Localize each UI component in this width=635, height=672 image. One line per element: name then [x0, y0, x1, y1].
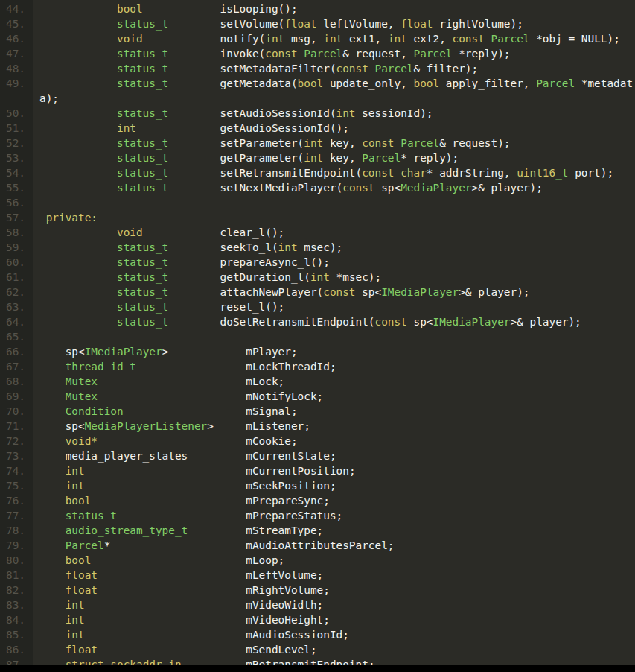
code-text: status_t setAudioSessionId(int sessionId… — [33, 106, 635, 121]
code-token: mLeftVolume; — [98, 569, 323, 581]
code-token: port); — [568, 167, 613, 179]
code-token: int — [323, 33, 342, 45]
line-number: 51. — [0, 121, 33, 136]
code-token — [39, 584, 66, 596]
code-token: *obj = NULL); — [530, 33, 620, 45]
code-token: bool — [414, 77, 440, 89]
code-token: Parcel — [536, 77, 575, 89]
line-number: 61. — [0, 270, 33, 285]
code-token: thread_id_t — [66, 361, 136, 373]
code-token: >& player); — [459, 286, 529, 298]
code-token: void* — [66, 435, 98, 447]
code-token: bool — [66, 554, 92, 566]
code-text: a); — [33, 91, 635, 106]
code-text: Condition mSignal; — [33, 404, 635, 419]
code-token: clear_l(); — [143, 226, 285, 238]
code-token: status_t — [117, 137, 168, 149]
line-number: 83. — [0, 597, 33, 612]
code-token: * addrString, — [427, 167, 517, 179]
code-token: ext2, — [407, 33, 453, 45]
code-token — [39, 3, 117, 15]
code-token: msec); — [298, 241, 343, 253]
line-number: 47. — [0, 46, 33, 61]
code-token — [39, 554, 66, 566]
code-text: sp<IMediaPlayer> mPlayer; — [33, 344, 635, 359]
code-token: status_t — [117, 256, 168, 268]
code-token: Parcel — [491, 33, 530, 45]
line-number: 72. — [0, 434, 33, 448]
code-text: status_t setVolume(float leftVolume, flo… — [33, 16, 635, 31]
code-line: 58. void clear_l(); — [0, 225, 635, 240]
code-text: media_player_states mCurrentState; — [33, 448, 635, 463]
code-text: int mVideoWidth; — [33, 597, 635, 612]
code-token: Parcel — [362, 152, 401, 164]
code-token: void — [117, 226, 143, 238]
code-text: audio_stream_type_t mStreamType; — [33, 523, 635, 538]
code-token: mLockThreadId; — [136, 361, 336, 373]
line-number: 81. — [0, 568, 33, 583]
code-token: Parcel — [375, 63, 414, 75]
line-number: 63. — [0, 299, 33, 314]
line-number: 66. — [0, 344, 33, 359]
line-number: 76. — [0, 493, 33, 508]
line-number: 55. — [0, 180, 33, 195]
code-token: & filter); — [414, 63, 479, 75]
line-number: 84. — [0, 612, 33, 627]
code-line: 65. — [0, 329, 635, 344]
code-token: > mPlayer; — [162, 346, 298, 358]
line-number — [0, 91, 33, 106]
line-number: 45. — [0, 16, 33, 31]
code-text: status_t setNextMediaPlayer(const sp<Med… — [33, 180, 635, 195]
code-token: bool — [66, 495, 92, 507]
code-token — [39, 18, 117, 30]
code-text: int getAudioSessionId(); — [33, 121, 635, 136]
code-line: 47. status_t invoke(const Parcel& reques… — [0, 46, 635, 61]
code-token: reset_l(); — [168, 301, 284, 313]
code-line: 59. status_t seekTo_l(int msec); — [0, 240, 635, 255]
line-number: 46. — [0, 31, 33, 46]
code-line: 53. status_t getParameter(int key, Parce… — [0, 150, 635, 165]
code-token: sp< — [407, 316, 433, 328]
code-token: a); — [39, 92, 59, 104]
code-token: int — [66, 629, 85, 641]
code-line: 78. audio_stream_type_t mStreamType; — [0, 523, 635, 538]
code-text: status_t setParameter(int key, const Par… — [33, 136, 635, 150]
code-line: 72. void* mCookie; — [0, 434, 635, 448]
line-number: 77. — [0, 508, 33, 523]
code-token: *metadat — [575, 77, 633, 89]
code-token: apply_filter, — [439, 77, 536, 89]
code-text: status_t setMetadataFilter(const Parcel&… — [33, 61, 635, 76]
code-token — [39, 241, 117, 253]
code-line: 64. status_t doSetRetransmitEndpoint(con… — [0, 314, 635, 329]
code-token: >& player); — [472, 182, 543, 194]
code-token: mVideoHeight; — [85, 614, 330, 626]
code-line: 61. status_t getDuration_l(int *msec); — [0, 270, 635, 285]
code-text: status_t getParameter(int key, Parcel* r… — [33, 150, 635, 165]
line-number: 62. — [0, 285, 33, 299]
code-token: int — [336, 107, 356, 119]
code-token: mLoop; — [91, 554, 284, 566]
code-token: prepareAsync_l(); — [168, 256, 330, 268]
code-token: & request); — [439, 137, 510, 149]
code-token: >& player); — [510, 316, 581, 328]
code-token: update_only, — [323, 77, 413, 89]
code-line: 48. status_t setMetadataFilter(const Par… — [0, 61, 635, 76]
code-token — [39, 316, 117, 328]
code-token — [39, 63, 117, 75]
code-text: thread_id_t mLockThreadId; — [33, 359, 635, 374]
line-number: 69. — [0, 389, 33, 404]
code-line: 44. bool isLooping(); — [0, 1, 635, 16]
line-number: 78. — [0, 523, 33, 538]
code-token: mRightVolume; — [98, 584, 330, 596]
code-token: const — [342, 182, 374, 194]
code-token: Parcel — [66, 539, 104, 551]
code-line: 55. status_t setNextMediaPlayer(const sp… — [0, 180, 635, 195]
code-token: int — [310, 271, 330, 283]
code-token: status_t — [117, 152, 168, 164]
code-token: status_t — [117, 77, 168, 89]
code-token: mSignal; — [124, 405, 298, 417]
code-text: bool mPrepareSync; — [33, 493, 635, 508]
code-token — [39, 510, 66, 522]
code-text: bool mLoop; — [33, 553, 635, 568]
code-token: status_t — [117, 271, 168, 283]
